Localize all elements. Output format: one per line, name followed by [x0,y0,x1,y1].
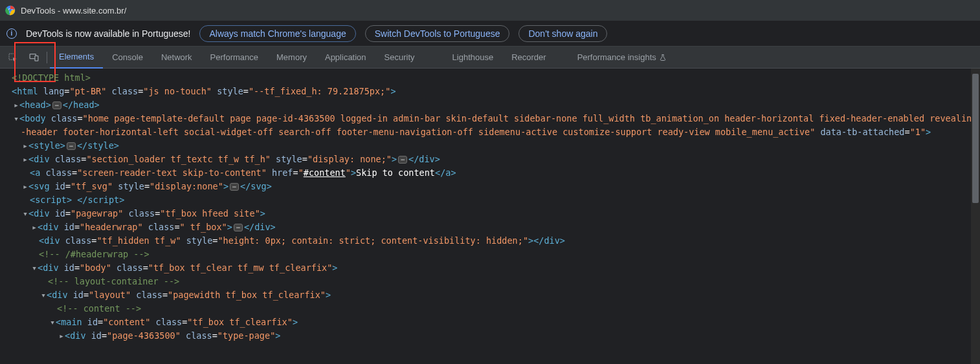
tab-performance-insights[interactable]: Performance insights [568,47,676,69]
tab-elements[interactable]: Elements [50,47,103,69]
tab-lighthouse[interactable]: Lighthouse [443,47,503,69]
ellipsis-icon[interactable]: ⋯ [230,183,239,191]
expand-arrow-icon[interactable]: ▸ [13,98,19,112]
devtools-tabbar: Elements Console Network Performance Mem… [0,47,980,69]
code-line[interactable]: ▾<div id="pagewrap" class="tf_box hfeed … [12,207,980,220]
tab-network[interactable]: Network [152,47,201,69]
ellipsis-icon[interactable]: ⋯ [234,224,243,231]
flask-icon [659,54,667,61]
collapse-arrow-icon[interactable]: ▾ [31,261,38,275]
collapse-arrow-icon[interactable]: ▾ [22,207,28,220]
code-line[interactable]: <!-- content --> [12,302,980,316]
code-line[interactable]: ▸<div id="headerwrap" class=" tf_box">⋯<… [12,220,980,234]
infobar-message: DevTools is now available in Portuguese! [26,28,190,39]
chrome-logo-icon [5,5,16,16]
code-line[interactable]: ▸<style>⋯</style> [12,139,980,153]
tab-memory[interactable]: Memory [267,47,316,69]
code-line[interactable]: ▾<body class="home page-template-default… [12,112,980,139]
code-line[interactable]: ▸<svg id="tf_svg" style="display:none">⋯… [12,180,980,193]
device-toggle-icon[interactable] [23,47,44,69]
code-line[interactable]: <html lang="pt-BR" class="js no-touch" s… [12,85,980,98]
code-line[interactable]: ▾<div id="layout" class="pagewidth tf_bo… [12,288,980,302]
code-line[interactable]: <!DOCTYPE html> [12,71,980,85]
tab-performance[interactable]: Performance [201,47,267,69]
language-infobar: i DevTools is now available in Portugues… [0,21,980,47]
code-line[interactable]: <div class="tf_hidden tf_w" style="heigh… [12,234,980,248]
expand-arrow-icon[interactable]: ▸ [22,139,28,153]
code-line[interactable]: <!-- /#headerwrap --> [12,248,980,261]
expand-arrow-icon[interactable]: ▸ [58,329,65,343]
window-title: DevTools - www.site.com.br/ [21,6,126,16]
inspect-element-icon[interactable] [3,47,23,69]
tab-recorder[interactable]: Recorder [502,47,555,69]
scroll-thumb[interactable] [972,74,979,203]
elements-dom-tree[interactable]: <!DOCTYPE html> <html lang="pt-BR" class… [0,69,980,364]
tab-application[interactable]: Application [316,47,375,69]
svg-rect-5 [34,56,38,61]
tab-console[interactable]: Console [103,47,152,69]
code-line[interactable]: ▸<head>⋯</head> [12,98,980,112]
vertical-scrollbar[interactable] [971,69,980,364]
titlebar: DevTools - www.site.com.br/ [0,0,980,21]
dont-show-again-button[interactable]: Don't show again [518,25,607,42]
switch-language-button[interactable]: Switch DevTools to Portuguese [365,25,510,42]
code-line[interactable]: ▸<div class="section_loader tf_textc tf_… [12,153,980,166]
collapse-arrow-icon[interactable]: ▾ [49,316,56,329]
info-icon: i [6,28,17,39]
tab-security[interactable]: Security [375,47,424,69]
match-language-button[interactable]: Always match Chrome's language [199,25,355,42]
ellipsis-icon[interactable]: ⋯ [67,142,76,150]
ellipsis-icon[interactable]: ⋯ [398,156,407,164]
collapse-arrow-icon[interactable]: ▾ [13,112,19,125]
expand-arrow-icon[interactable]: ▸ [22,153,28,166]
code-line[interactable]: ▾<div id="body" class="tf_box tf_clear t… [12,261,980,275]
collapse-arrow-icon[interactable]: ▾ [40,288,47,302]
code-line[interactable]: <script> </script> [12,193,980,207]
code-line[interactable]: <!-- layout-container --> [12,275,980,288]
expand-arrow-icon[interactable]: ▸ [31,220,38,234]
code-line[interactable]: <a class="screen-reader-text skip-to-con… [12,166,980,180]
code-line[interactable]: ▾<main id="content" class="tf_box tf_cle… [12,316,980,329]
expand-arrow-icon[interactable]: ▸ [22,180,28,193]
ellipsis-icon[interactable]: ⋯ [52,102,61,109]
divider [47,52,47,63]
code-line[interactable]: ▸<div id="page-4363500" class="type-page… [12,329,980,343]
